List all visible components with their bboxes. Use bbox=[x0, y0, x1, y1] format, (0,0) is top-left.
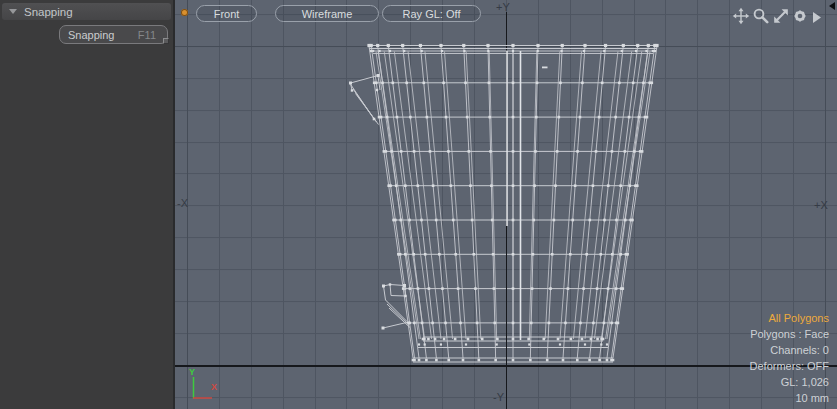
viewport-rotate-handle[interactable] bbox=[181, 9, 188, 16]
snapping-panel: Snapping Snapping F11 bbox=[0, 0, 175, 409]
viewport-3d[interactable]: Front Wireframe Ray GL: Off bbox=[175, 0, 837, 409]
workplane-label-neg-x: -X bbox=[177, 197, 188, 209]
panel-header-snapping[interactable]: Snapping bbox=[2, 3, 171, 20]
workplane-label-neg-y: -Y bbox=[493, 391, 504, 403]
raygl-button[interactable]: Ray GL: Off bbox=[382, 5, 481, 22]
axis-x-label: X bbox=[211, 382, 217, 392]
flyout-icon[interactable] bbox=[813, 10, 831, 28]
viewport-info-hud: All Polygons Polygons : Face Channels: 0… bbox=[750, 310, 829, 406]
hud-grid-size: 10 mm bbox=[750, 390, 829, 406]
disclosure-triangle-icon bbox=[9, 9, 17, 14]
hud-channels: Channels: 0 bbox=[750, 342, 829, 358]
mug-wireframe bbox=[349, 44, 659, 362]
resize-notch[interactable] bbox=[163, 38, 169, 44]
app-window: Snapping Snapping F11 Front Wire bbox=[0, 0, 837, 409]
snapping-button-shortcut: F11 bbox=[138, 29, 156, 41]
corner-collapse-icon[interactable] bbox=[829, 2, 835, 10]
axis-y-label: Y bbox=[189, 367, 195, 377]
snapping-button[interactable]: Snapping F11 bbox=[59, 25, 168, 44]
view-mode-button[interactable]: Front bbox=[196, 5, 257, 22]
shading-mode-button[interactable]: Wireframe bbox=[275, 5, 379, 22]
hud-deformers: Deformers: OFF bbox=[750, 358, 829, 374]
zoom-icon[interactable] bbox=[752, 7, 770, 25]
pan-icon[interactable] bbox=[732, 7, 750, 25]
snapping-button-label: Snapping bbox=[68, 29, 115, 41]
panel-header-label: Snapping bbox=[24, 6, 73, 18]
workplane-label-pos-y: +Y bbox=[496, 1, 510, 13]
workplane-label-pos-x: +X bbox=[814, 199, 828, 211]
axis-gizmo bbox=[193, 377, 212, 399]
maximize-icon[interactable] bbox=[772, 7, 790, 25]
viewport-canvas bbox=[175, 0, 837, 409]
gear-icon[interactable] bbox=[791, 7, 809, 25]
hud-polygon-type: Polygons : Face bbox=[750, 326, 829, 342]
grid-major-lines bbox=[175, 0, 837, 409]
hud-gl-count: GL: 1,026 bbox=[750, 374, 829, 390]
hud-selection-mode: All Polygons bbox=[750, 310, 829, 326]
